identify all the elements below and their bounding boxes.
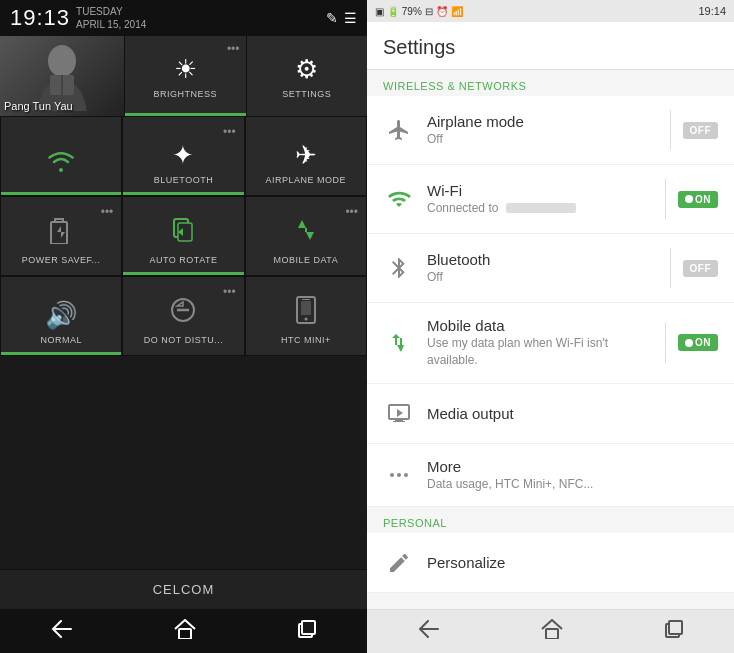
bluetooth-item[interactable]: Bluetooth Off OFF	[367, 234, 734, 303]
status-bar-right: ▣ 🔋 79% ⊟ ⏰ 📶 19:14	[367, 0, 734, 22]
nav-bar-left	[0, 609, 367, 653]
back-button-left[interactable]	[43, 612, 81, 651]
alarm-icon: ⏰	[436, 6, 448, 17]
power-saver-label: POWER SAVEF...	[22, 255, 101, 265]
left-panel: 19:13 TUESDAY APRIL 15, 2014 ✎ ☰ Pang Tu…	[0, 0, 367, 653]
settings-header: Settings	[367, 22, 734, 70]
status-bar-left: 19:13 TUESDAY APRIL 15, 2014 ✎ ☰	[0, 0, 367, 36]
svg-rect-14	[302, 299, 310, 300]
mobile-data-icon	[292, 216, 320, 251]
more-subtitle: Data usage, HTC Mini+, NFC...	[427, 476, 718, 493]
carrier-label: CELCOM	[153, 582, 215, 597]
battery-icon-right: 🔋 79%	[387, 6, 422, 17]
wifi-item-icon	[383, 187, 415, 211]
auto-rotate-icon	[169, 216, 197, 251]
airplane-mode-item[interactable]: Airplane mode Off OFF	[367, 96, 734, 165]
svg-marker-7	[306, 232, 314, 240]
edit-icon: ✎	[326, 10, 338, 26]
settings-tile-label: SETTINGS	[282, 89, 331, 99]
normal-label: NORMAL	[40, 335, 82, 345]
settings-quick-tile[interactable]: ⚙ SETTINGS	[246, 36, 368, 116]
brightness-tile[interactable]: ☀ BRIGHTNESS •••	[124, 36, 246, 116]
htc-mini-tile[interactable]: HTC MINI+	[245, 276, 367, 356]
brightness-icon: ☀	[174, 54, 197, 85]
brightness-more-dots[interactable]: •••	[227, 42, 240, 56]
bluetooth-toggle[interactable]: OFF	[683, 260, 719, 277]
media-output-content: Media output	[427, 405, 718, 422]
wifi-title: Wi-Fi	[427, 182, 653, 199]
time-display: 19:13	[10, 5, 70, 31]
home-button-right[interactable]	[533, 611, 571, 652]
bluetooth-label: BLUETOOTH	[154, 175, 213, 185]
personal-header: PERSONAL	[367, 507, 734, 533]
power-saver-dots[interactable]: •••	[101, 205, 114, 219]
home-button-left[interactable]	[166, 611, 204, 652]
personalize-icon	[383, 551, 415, 575]
bluetooth-green-bar	[123, 192, 243, 195]
power-saver-tile[interactable]: POWER SAVEF... •••	[0, 196, 122, 276]
wifi-toggle[interactable]: ON	[678, 191, 718, 208]
recent-button-left[interactable]	[290, 612, 324, 651]
normal-tile[interactable]: 🔊 NORMAL	[0, 276, 122, 356]
auto-rotate-tile[interactable]: AUTO ROTATE	[122, 196, 244, 276]
bluetooth-dots[interactable]: •••	[223, 125, 236, 139]
date-display: TUESDAY APRIL 15, 2014	[76, 5, 146, 31]
bluetooth-icon: ✦	[172, 140, 194, 171]
settings-list[interactable]: WIRELESS & NETWORKS Airplane mode Off OF…	[367, 70, 734, 609]
normal-green-bar	[1, 352, 121, 355]
wifi-content: Wi-Fi Connected to	[427, 182, 653, 217]
media-output-icon	[383, 401, 415, 425]
svg-point-19	[390, 473, 394, 477]
more-item[interactable]: More Data usage, HTC Mini+, NFC...	[367, 444, 734, 508]
svg-marker-18	[397, 409, 403, 417]
htc-mini-label: HTC MINI+	[281, 335, 331, 345]
mobile-data-item[interactable]: Mobile data Use my data plan when Wi-Fi …	[367, 303, 734, 384]
airplane-mode-subtitle: Off	[427, 131, 658, 148]
media-output-item[interactable]: Media output	[367, 384, 734, 444]
do-not-disturb-tile[interactable]: DO NOT DISTU... •••	[122, 276, 244, 356]
mobile-data-title: Mobile data	[427, 317, 653, 334]
mobile-data-tile[interactable]: MOBILE DATA •••	[245, 196, 367, 276]
auto-rotate-label: AUTO ROTATE	[149, 255, 217, 265]
wifi-item[interactable]: Wi-Fi Connected to ON	[367, 165, 734, 234]
notification-icon: ▣	[375, 6, 384, 17]
airplane-mode-item-icon	[383, 118, 415, 142]
mobile-data-item-icon	[383, 331, 415, 355]
do-not-disturb-icon	[169, 296, 197, 331]
media-output-title: Media output	[427, 405, 718, 422]
wifi-tile[interactable]	[0, 116, 122, 196]
settings-title: Settings	[383, 36, 718, 59]
recent-button-right[interactable]	[657, 612, 691, 651]
more-title: More	[427, 458, 718, 475]
mobile-data-divider	[665, 323, 666, 363]
quick-tiles-grid: ✦ BLUETOOTH ••• ✈ AIRPLANE MODE POWER SA…	[0, 116, 367, 569]
user-avatar[interactable]: Pang Tun Yau	[0, 36, 124, 116]
htc-mini-icon	[295, 296, 317, 331]
svg-point-20	[397, 473, 401, 477]
mobile-data-dots[interactable]: •••	[345, 205, 358, 219]
mobile-data-toggle[interactable]: ON	[678, 334, 718, 351]
bluetooth-subtitle: Off	[427, 269, 658, 286]
airplane-toggle[interactable]: OFF	[683, 122, 719, 139]
airplane-mode-content: Airplane mode Off	[427, 113, 658, 148]
do-not-disturb-label: DO NOT DISTU...	[144, 335, 223, 345]
do-not-disturb-dots[interactable]: •••	[223, 285, 236, 299]
back-button-right[interactable]	[410, 612, 448, 651]
mobile-data-subtitle: Use my data plan when Wi-Fi isn't availa…	[427, 335, 653, 369]
bluetooth-content: Bluetooth Off	[427, 251, 658, 286]
airplane-label: AIRPLANE MODE	[266, 175, 347, 185]
carrier-row: CELCOM	[0, 569, 367, 609]
auto-rotate-green-bar	[123, 272, 243, 275]
bluetooth-tile[interactable]: ✦ BLUETOOTH •••	[122, 116, 244, 196]
personalize-item[interactable]: Personalize	[367, 533, 734, 593]
wifi-ssid-blur	[506, 203, 576, 213]
airplane-mode-tile[interactable]: ✈ AIRPLANE MODE	[245, 116, 367, 196]
wifi-divider	[665, 179, 666, 219]
svg-rect-15	[179, 629, 191, 639]
bluetooth-title: Bluetooth	[427, 251, 658, 268]
status-icons-left: ✎ ☰	[326, 10, 357, 26]
more-content: More Data usage, HTC Mini+, NFC...	[427, 458, 718, 493]
wifi-status-icon: ⊟	[425, 6, 433, 17]
svg-point-0	[48, 45, 76, 77]
wireless-networks-header: WIRELESS & NETWORKS	[367, 70, 734, 96]
